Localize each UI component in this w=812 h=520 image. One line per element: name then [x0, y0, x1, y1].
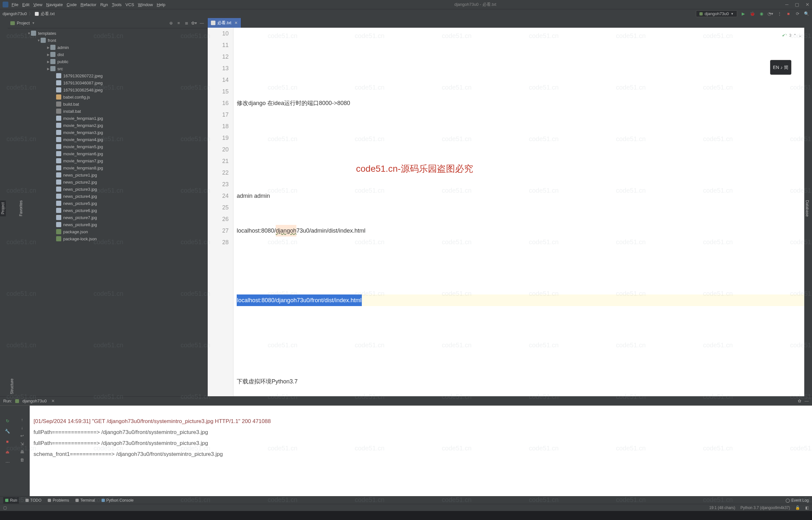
interpreter[interactable]: Python 3.7 (djangoo9m4k37): [740, 505, 790, 510]
tab-event-log[interactable]: ◯Event Log: [786, 498, 809, 502]
tree-file[interactable]: news_picture5.jpg: [8, 200, 207, 207]
tree-file[interactable]: movie_fengmian8.jpg: [8, 164, 207, 172]
stop-button[interactable]: ■: [786, 11, 791, 17]
status-widget-icon[interactable]: ◧: [805, 505, 809, 510]
select-opened-file-icon[interactable]: ⊕: [168, 20, 174, 26]
run-config-selector[interactable]: djangoh73u0 ▼: [696, 10, 737, 17]
tree-file[interactable]: news_picture1.jpg: [8, 172, 207, 179]
menu-vcs[interactable]: VCS: [125, 2, 134, 7]
console-output[interactable]: [01/Sep/2024 14:59:31] "GET /djangoh73u0…: [30, 406, 812, 496]
tree-file[interactable]: news_picture8.jpg: [8, 221, 207, 228]
tree-file[interactable]: babel.config.js: [8, 94, 207, 101]
maximize-icon[interactable]: ▢: [795, 2, 799, 7]
debug-button[interactable]: 🐞: [749, 11, 755, 17]
update-button[interactable]: ⟳: [794, 11, 801, 17]
close-icon[interactable]: ✕: [806, 2, 809, 7]
search-icon[interactable]: 🔍: [804, 11, 809, 17]
run-button[interactable]: ▶: [740, 11, 746, 17]
tree-file[interactable]: news_picture2.jpg: [8, 179, 207, 186]
tree-file[interactable]: news_picture4.jpg: [8, 193, 207, 200]
tree-file[interactable]: movie_fengmian2.jpg: [8, 122, 207, 129]
tree-file[interactable]: 1679130346087.jpeg: [8, 79, 207, 86]
lock-icon[interactable]: 🔓: [795, 505, 800, 510]
menu-code[interactable]: Code: [67, 2, 77, 7]
menu-edit[interactable]: Edit: [22, 2, 29, 7]
tree-folder[interactable]: ▶admin: [8, 44, 207, 51]
close-tab-icon[interactable]: ✕: [51, 398, 55, 404]
clear-icon[interactable]: 🗑: [20, 458, 24, 462]
rerun-icon[interactable]: ↻: [4, 417, 11, 424]
scroll-end-icon[interactable]: ⇲: [20, 441, 24, 446]
tree-file[interactable]: news_picture7.jpg: [8, 214, 207, 221]
tree-file[interactable]: news_picture3.jpg: [8, 186, 207, 193]
tab-todo[interactable]: TODO: [25, 498, 41, 502]
menu-tools[interactable]: Tools: [112, 2, 122, 7]
tree-folder[interactable]: ▶dist: [8, 51, 207, 58]
editor-content[interactable]: 修改django 在idea运行时的端口8000->8080 admin adm…: [233, 28, 804, 396]
expand-all-icon[interactable]: ≡: [176, 20, 181, 26]
caret-position[interactable]: 19:1 (48 chars): [709, 505, 735, 510]
gear-icon[interactable]: ✿: [798, 398, 802, 404]
collapse-all-icon[interactable]: ≣: [183, 20, 189, 26]
settings-icon[interactable]: ✿▾: [191, 20, 197, 26]
hide-icon[interactable]: —: [199, 20, 205, 26]
tree-file[interactable]: 1679130260722.jpeg: [8, 72, 207, 79]
profile-button[interactable]: ◔▾: [767, 11, 773, 17]
breadcrumb-file[interactable]: 必看.txt: [41, 11, 54, 17]
minimize-icon[interactable]: ─: [785, 2, 788, 7]
tree-folder[interactable]: ▼front: [8, 37, 207, 44]
tab-problems[interactable]: Problems: [48, 498, 69, 502]
tree-file[interactable]: news_picture6.jpg: [8, 207, 207, 214]
soft-wrap-icon[interactable]: ↩: [20, 433, 24, 438]
tree-file[interactable]: movie_fengmian1.jpg: [8, 115, 207, 122]
tree-folder[interactable]: ▼templates: [8, 30, 207, 37]
up-icon[interactable]: ↑: [21, 417, 23, 422]
menu-view[interactable]: View: [33, 2, 42, 7]
tree-file[interactable]: package-lock.json: [8, 235, 207, 242]
tab-project[interactable]: Project: [0, 200, 6, 216]
run-panel-config: djangoh73u0: [22, 398, 46, 404]
menu-file[interactable]: File: [11, 2, 18, 7]
tab-structure[interactable]: Structure: [9, 376, 15, 396]
tree-file[interactable]: movie_fengmian4.jpg: [8, 136, 207, 143]
more-icon[interactable]: ⋯: [4, 459, 11, 466]
exit-icon[interactable]: ⏏: [4, 448, 11, 455]
wrench-icon[interactable]: 🔧: [4, 427, 11, 435]
tab-database[interactable]: Database: [804, 198, 810, 218]
tab-label: 必看.txt: [217, 20, 231, 26]
tab-favorites[interactable]: Favorites: [18, 199, 24, 218]
hide-icon[interactable]: —: [805, 398, 809, 404]
tree-file[interactable]: movie_fengmian3.jpg: [8, 129, 207, 136]
project-tree[interactable]: ▼templates ▼front ▶admin ▶dist ▶public ▶…: [8, 28, 207, 396]
tree-file[interactable]: 1679130362548.jpeg: [8, 86, 207, 94]
tab-terminal[interactable]: Terminal: [75, 498, 95, 502]
tree-file[interactable]: build.bat: [8, 101, 207, 108]
tree-folder[interactable]: ▶public: [8, 58, 207, 65]
menu-refactor[interactable]: Refactor: [81, 2, 96, 7]
menu-navigate[interactable]: Navigate: [46, 2, 63, 7]
tree-file[interactable]: movie_fengmian7.jpg: [8, 157, 207, 164]
code-editor[interactable]: ✔⸌ 3 ⌃ ⌄ EN ♪ 简 101112 131415 161718 192…: [208, 28, 804, 396]
print-icon[interactable]: 🖶: [20, 449, 24, 454]
down-icon[interactable]: ↓: [21, 425, 23, 430]
app-logo: [3, 2, 8, 7]
tab-run[interactable]: Run: [3, 497, 19, 503]
tree-folder[interactable]: ▶src: [8, 65, 207, 72]
status-tool-windows-icon[interactable]: ▢: [3, 505, 7, 510]
attach-button[interactable]: ⋮: [777, 11, 782, 17]
menu-window[interactable]: Window: [138, 2, 153, 7]
menu-help[interactable]: Help: [157, 2, 166, 7]
tree-file[interactable]: movie_fengmian6.jpg: [8, 150, 207, 157]
tree-file[interactable]: install.bat: [8, 108, 207, 115]
chevron-down-icon[interactable]: ▼: [32, 21, 35, 25]
tab-close-icon[interactable]: ✕: [235, 21, 238, 25]
breadcrumb-project[interactable]: djangoh73u0: [3, 11, 27, 16]
coverage-button[interactable]: ◉: [759, 11, 764, 17]
tree-file[interactable]: package.json: [8, 228, 207, 235]
stop-icon[interactable]: ■: [4, 438, 11, 445]
tab-python-console[interactable]: Python Console: [102, 498, 134, 502]
tree-file[interactable]: movie_fengmian5.jpg: [8, 143, 207, 150]
editor-tab[interactable]: 必看.txt ✕: [208, 18, 241, 28]
menu-run[interactable]: Run: [100, 2, 108, 7]
text-file-icon: [211, 21, 215, 25]
